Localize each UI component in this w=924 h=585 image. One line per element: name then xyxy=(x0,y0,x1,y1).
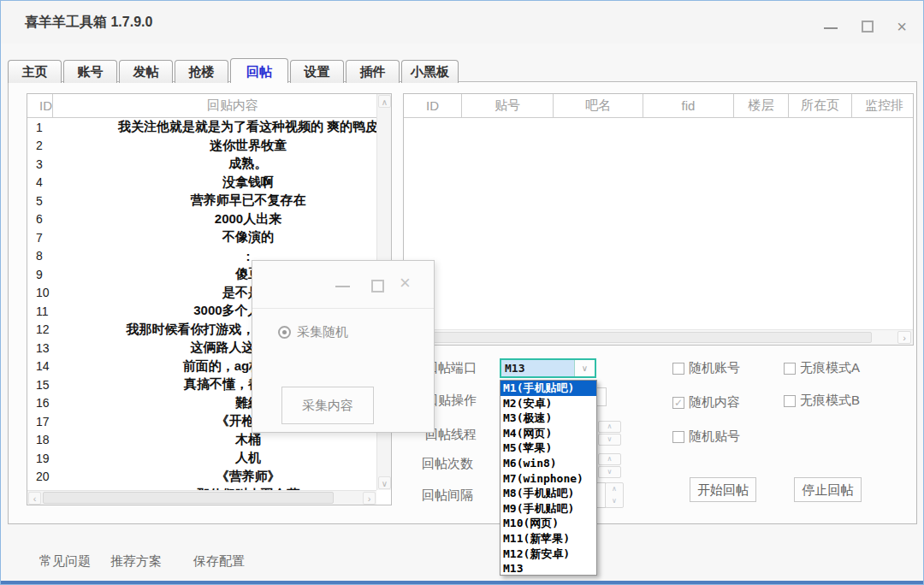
row-id-cell: 6 xyxy=(27,212,68,226)
dropdown-item[interactable]: M8(手机贴吧) xyxy=(500,486,596,501)
collect-content-button[interactable]: 采集内容 xyxy=(281,387,374,424)
checkbox-icon[interactable] xyxy=(784,363,796,375)
dropdown-item[interactable]: M2(安卓) xyxy=(500,396,596,411)
spin-down-icon[interactable]: ∨ xyxy=(598,466,621,478)
tab-post[interactable]: 发帖 xyxy=(119,60,173,83)
port-combobox-value: M13 xyxy=(501,360,574,376)
scroll-up-icon[interactable]: ∧ xyxy=(378,95,391,108)
radio-selected-icon[interactable] xyxy=(278,326,291,339)
spin-down-icon[interactable]: ∨ xyxy=(598,434,621,446)
scroll-right-icon[interactable]: › xyxy=(897,331,911,344)
row-content-cell: 木桶 xyxy=(68,432,376,448)
checkbox-traceless-b[interactable]: 无痕模式B xyxy=(784,393,860,409)
dropdown-item[interactable]: M7(winphone) xyxy=(500,471,596,487)
right-header-monitor: 监控排 xyxy=(852,94,913,117)
row-content-cell: 没拿钱啊 xyxy=(68,174,376,191)
row-id-cell: 20 xyxy=(27,470,68,483)
recommend-link[interactable]: 推荐方案 xyxy=(110,553,162,570)
dropdown-item[interactable]: M13 xyxy=(500,561,596,576)
checkbox-label: 随机账号 xyxy=(689,360,740,376)
dropdown-item[interactable]: M12(新安卓) xyxy=(500,547,596,562)
interval-spinner[interactable]: ∧∨ xyxy=(605,482,624,508)
scroll-left-icon[interactable]: ‹ xyxy=(28,492,41,505)
row-id-cell: 16 xyxy=(27,396,68,410)
table-row[interactable]: 2迷你世界牧童 xyxy=(27,137,376,156)
maximize-button[interactable] xyxy=(855,16,880,37)
right-header-floor: 楼层 xyxy=(734,94,789,117)
dropdown-item[interactable]: M3(极速) xyxy=(500,411,596,426)
row-id-cell: 2 xyxy=(27,139,68,152)
right-header-fid: fid xyxy=(643,94,734,117)
dialog-titlebar: × xyxy=(252,261,434,309)
collect-random-radio[interactable]: 采集随机 xyxy=(278,324,348,340)
checkbox-label: 无痕模式A xyxy=(800,360,860,376)
dropdown-item[interactable]: M4(网页) xyxy=(500,426,596,441)
scrollbar-thumb[interactable] xyxy=(43,492,334,504)
tab-blackboard[interactable]: 小黑板 xyxy=(401,60,459,83)
radio-label: 采集随机 xyxy=(297,324,348,340)
checkbox-random-account[interactable]: 随机账号 xyxy=(672,360,740,376)
left-table-hscrollbar[interactable]: ‹ › xyxy=(27,490,376,505)
stop-reply-button[interactable]: 停止回帖 xyxy=(794,477,862,502)
table-row[interactable]: 1我关注他就是就是为了看这种视频的 爽的鸭皮 xyxy=(27,118,376,137)
left-table-header: ID 回贴内容 xyxy=(27,94,376,118)
dropdown-item[interactable]: M11(新苹果) xyxy=(500,531,596,547)
table-row[interactable]: 19人机 xyxy=(27,449,376,468)
row-id-cell: 13 xyxy=(27,341,68,355)
table-row[interactable]: 20《营养师》 xyxy=(27,468,376,487)
table-row[interactable]: 3成熟。 xyxy=(27,155,376,174)
port-combobox[interactable]: M13 ∨ xyxy=(500,358,596,378)
minimize-icon[interactable] xyxy=(335,286,350,287)
checkbox-random-content[interactable]: ✓ 随机内容 xyxy=(672,394,740,411)
row-content-cell: 营养师早已不复存在 xyxy=(68,192,376,209)
right-header-id: ID xyxy=(404,94,462,117)
minimize-button[interactable] xyxy=(818,16,844,37)
spin-up-icon[interactable]: ∧ xyxy=(598,421,621,433)
right-table-hscrollbar[interactable]: › xyxy=(404,329,913,345)
tab-reply[interactable]: 回帖 xyxy=(230,58,288,83)
tab-plugins[interactable]: 插件 xyxy=(346,60,400,83)
table-row[interactable]: 4没拿钱啊 xyxy=(27,174,376,192)
checkbox-checked-icon[interactable]: ✓ xyxy=(672,397,684,409)
row-content-cell: 我关注他就是就是为了看这种视频的 爽的鸭皮 xyxy=(68,119,376,135)
checkbox-icon[interactable] xyxy=(784,395,796,407)
row-id-cell: 19 xyxy=(27,452,68,465)
titlebar: 喜羊羊工具箱 1.7.9.0 × xyxy=(1,1,923,44)
spin-up-icon[interactable]: ∧ xyxy=(598,453,621,465)
row-content-cell: 成熟。 xyxy=(68,156,376,172)
dropdown-item[interactable]: M5(苹果) xyxy=(500,440,596,456)
row-id-cell: 8 xyxy=(27,249,68,263)
tab-settings[interactable]: 设置 xyxy=(290,60,344,83)
tab-grab-floor[interactable]: 抢楼 xyxy=(175,60,228,83)
right-table-header: ID 贴号 吧名 fid 楼层 所在页 监控排 xyxy=(404,94,913,118)
scroll-right-icon[interactable]: › xyxy=(363,492,376,505)
dropdown-item[interactable]: M9(手机贴吧) xyxy=(500,501,596,517)
dropdown-item[interactable]: M1(手机贴吧) xyxy=(500,381,596,396)
count-label: 回帖次数 xyxy=(422,456,475,472)
checkbox-label: 无痕模式B xyxy=(800,393,860,409)
row-id-cell: 3 xyxy=(27,157,68,171)
checkbox-traceless-a[interactable]: 无痕模式A xyxy=(784,360,860,376)
scroll-down-icon[interactable]: ∨ xyxy=(378,476,391,489)
tab-home[interactable]: 主页 xyxy=(8,60,62,83)
close-icon[interactable]: × xyxy=(400,272,411,294)
dropdown-item[interactable]: M10(网页) xyxy=(500,516,596,531)
table-row[interactable]: 7不像演的 xyxy=(27,228,376,247)
table-row[interactable]: 62000人出来 xyxy=(27,210,376,229)
close-button[interactable]: × xyxy=(889,16,915,37)
tab-account[interactable]: 账号 xyxy=(63,60,117,83)
row-id-cell: 17 xyxy=(27,415,68,428)
save-config-link[interactable]: 保存配置 xyxy=(193,553,245,570)
table-row[interactable]: 5营养师早已不复存在 xyxy=(27,192,376,210)
checkbox-icon[interactable] xyxy=(672,431,684,443)
checkbox-random-thread[interactable]: 随机贴号 xyxy=(672,428,740,445)
checkbox-icon[interactable] xyxy=(672,363,684,375)
chevron-down-icon[interactable]: ∨ xyxy=(574,360,595,376)
maximize-icon[interactable] xyxy=(371,280,384,292)
scrollbar-thumb[interactable] xyxy=(406,332,872,343)
table-row[interactable]: 18木桶 xyxy=(27,431,376,450)
row-id-cell: 7 xyxy=(27,231,68,245)
dropdown-item[interactable]: M6(win8) xyxy=(500,456,596,471)
faq-link[interactable]: 常见问题 xyxy=(39,553,91,570)
start-reply-button[interactable]: 开始回帖 xyxy=(690,477,756,502)
